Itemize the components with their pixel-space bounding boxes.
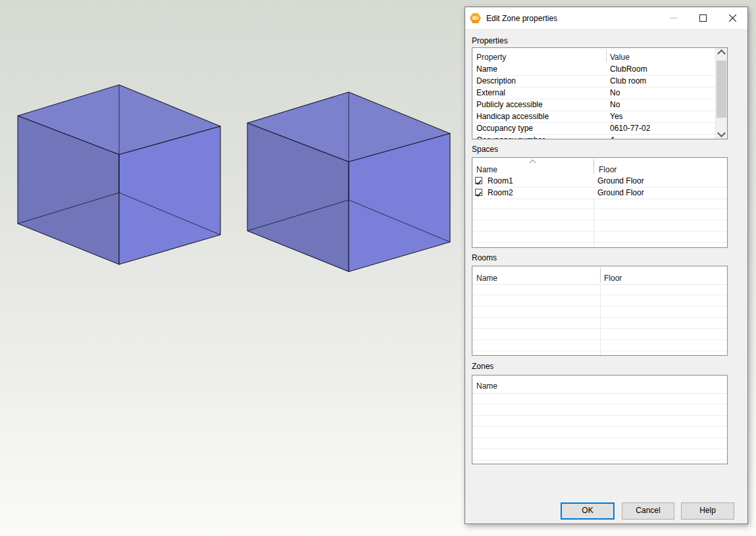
property-name: Publicly accessible [476,99,543,110]
header-divider [600,268,601,283]
space-floor: Ground Floor [597,176,644,187]
column-header-floor[interactable]: Floor [604,274,622,283]
property-value: 4 [610,135,615,139]
space-name: Room2 [488,187,513,199]
column-header-name[interactable]: Name [476,381,497,391]
property-row[interactable]: Description Club room [472,76,715,87]
property-row[interactable]: External No [472,87,715,99]
property-row[interactable]: Occupancy type 0610-77-02 [472,123,715,135]
chevron-down-icon [717,129,726,137]
property-row[interactable]: Name ClubRoom [472,64,715,76]
check-icon [476,180,482,185]
space-checkbox-checked[interactable] [475,189,482,196]
property-value: Club room [610,76,646,87]
property-value: Yes [610,111,623,122]
column-header-property[interactable]: Property [476,53,506,62]
close-button[interactable] [718,7,747,29]
property-value: 0610-77-02 [610,123,650,134]
ok-button[interactable]: OK [561,502,615,520]
help-button[interactable]: Help [681,502,734,520]
zones-label: Zones [472,362,493,371]
sort-ascending-icon [530,160,536,166]
rooms-table-header: Name Floor [472,266,727,285]
properties-table-header: Property Value [472,48,727,64]
column-header-floor[interactable]: Floor [599,165,617,174]
spaces-rows: Room1 Ground Floor Room2 Ground Floor [472,176,727,199]
property-value: ClubRoom [610,64,647,75]
cancel-button[interactable]: Cancel [622,502,674,520]
property-name: Occupancy type [476,123,533,134]
property-value: No [610,87,620,99]
spaces-table: Name Floor Room1 Ground Floor [472,157,728,248]
property-name: Handicap accessible [476,111,549,122]
chevron-up-icon [717,49,726,58]
close-icon [729,14,736,22]
rooms-label: Rooms [472,253,497,262]
property-row[interactable]: Occupancy number 4 [472,135,715,139]
properties-rows: Name ClubRoom Description Club room Exte… [472,64,715,139]
empty-rows-grid [472,393,727,464]
properties-label: Properties [472,36,508,45]
column-header-name[interactable]: Name [476,274,497,283]
dialog-title: Edit Zone properties [486,14,557,23]
zone-box-1[interactable] [18,85,220,264]
property-name: Occupancy number [476,135,545,139]
space-name: Room1 [488,176,513,187]
maximize-icon [699,14,707,22]
maximize-button[interactable] [688,7,718,29]
column-header-name[interactable]: Name [476,165,497,174]
properties-scrollbar[interactable] [715,48,727,139]
property-row[interactable]: Publicly accessible No [472,99,715,111]
column-header-value[interactable]: Value [610,53,630,62]
empty-rows-grid [472,284,727,355]
minimize-icon [670,14,677,22]
property-row[interactable]: Handicap accessible Yes [472,111,715,123]
spaces-label: Spaces [472,145,498,154]
space-row[interactable]: Room1 Ground Floor [472,176,727,187]
app-icon: BD [470,13,481,24]
minimize-button[interactable] [659,7,688,29]
zones-table-header: Name [472,376,727,394]
property-name: External [476,87,505,99]
scrollbar-thumb[interactable] [717,61,726,118]
rooms-table: Name Floor [472,266,728,356]
check-icon [476,191,482,197]
header-divider [593,159,594,174]
space-row[interactable]: Room2 Ground Floor [472,187,727,199]
zones-table: Name [472,375,728,464]
header-divider [606,49,607,62]
space-floor: Ground Floor [597,187,644,199]
scroll-up-button[interactable] [716,48,727,59]
scroll-down-button[interactable] [716,128,727,139]
properties-table: Property Value Name ClubRoom Description… [472,47,728,139]
property-name: Name [476,64,497,75]
edit-zone-properties-dialog: BD Edit Zone properties Properties [465,7,748,524]
zone-box-2[interactable] [247,92,450,272]
property-name: Description [476,76,516,87]
space-checkbox-checked[interactable] [475,177,482,184]
spaces-table-header: Name Floor [472,158,727,176]
dialog-titlebar[interactable]: BD Edit Zone properties [465,7,747,29]
property-value: No [610,99,620,110]
